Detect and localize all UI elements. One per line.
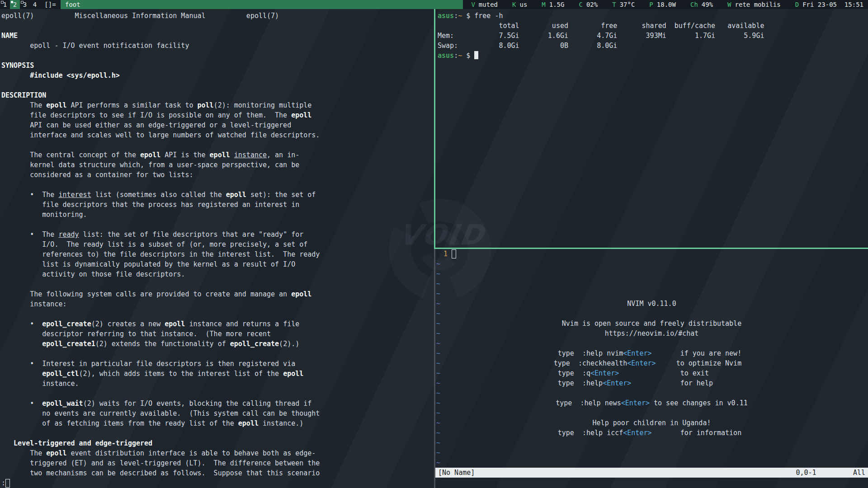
prompt-separator: :	[454, 12, 458, 20]
nvim-buffer-name: [No Name]	[438, 468, 475, 478]
tag-label: 3	[23, 1, 27, 8]
man-text-line	[1, 309, 433, 319]
nvim-row: ~type :help news<Enter> to see changes i…	[435, 398, 868, 408]
workspace-tag-4[interactable]: 4	[30, 0, 40, 9]
prompt-separator: :	[454, 52, 458, 60]
nvim-row: 1	[435, 249, 868, 259]
nvim-row: ~	[435, 438, 868, 448]
status-modules: VmutedKusM1.5GC02%T37°CP18.0WCh49%Wrete …	[463, 0, 868, 9]
nvim-row: ~	[435, 309, 868, 319]
status-item-v: Vmuted	[471, 1, 498, 8]
nvim-intro-line: NVIM v0.11.0	[435, 299, 868, 309]
nvim-intro-line: type :help nvim<Enter> if you are new!	[435, 348, 868, 358]
nvim-tilde: ~	[436, 408, 440, 418]
prompt-username: asus	[438, 12, 454, 20]
man-text-line: The epoll event distribution interface i…	[1, 448, 433, 458]
man-text-line	[1, 140, 433, 150]
nvim-buffer: 1 ~~~~~NVIM v0.11.0~~Nvim is open source…	[435, 249, 868, 468]
tag-occupied-indicator	[21, 1, 24, 4]
pager-prompt-line: :	[1, 478, 10, 488]
prompt-symbol: $	[462, 52, 474, 60]
man-text-line	[1, 180, 433, 190]
man-text-line: two mechanisms can be described as follo…	[1, 468, 433, 478]
nvim-statusline: [No Name] 0,0-1 All	[435, 468, 868, 478]
nvim-intro-line: type :checkhealth<Enter> to optimize Nvi…	[435, 358, 868, 368]
man-text-line: epoll_ctl(2), which adds items to the in…	[1, 369, 433, 379]
man-text-line: The epoll API performs a similar task to…	[1, 100, 433, 110]
man-text-line: monitoring.	[1, 210, 433, 220]
prompt-username: asus	[438, 52, 454, 60]
nvim-intro-line: Nvim is open source and freely distribut…	[435, 319, 868, 328]
status-key: C	[579, 1, 582, 8]
workspace-tag-1[interactable]: 1	[0, 0, 10, 9]
man-text-line: no events are currently available. (This…	[1, 408, 433, 418]
tag-label: 4	[33, 1, 37, 8]
man-text-line: kernel data structure which, from a user…	[1, 160, 433, 170]
nvim-tilde: ~	[436, 338, 440, 348]
status-value: muted	[479, 1, 498, 8]
status-key: W	[727, 1, 731, 8]
man-text-line: references to) the file descriptors in t…	[1, 249, 433, 259]
neovim-window[interactable]: 1 ~~~~~NVIM v0.11.0~~Nvim is open source…	[434, 249, 868, 488]
nvim-row: ~type :help iccf<Enter> for information	[435, 428, 868, 438]
nvim-intro-line: type :help iccf<Enter> for information	[435, 428, 868, 438]
man-text-line	[1, 21, 433, 31]
workspace-tags: 1234	[0, 0, 40, 9]
man-text-line: • The interest list (sometimes also call…	[1, 190, 433, 200]
status-key: V	[471, 1, 475, 8]
nvim-row: ~NVIM v0.11.0	[435, 299, 868, 309]
man-text-line: epoll_create1(2) extends the functionali…	[1, 339, 433, 349]
nvim-ruler: 0,0-1 All	[796, 468, 865, 478]
shell-output: asus:~ $ free -h total used free shared …	[438, 11, 868, 61]
status-item-d: DFri 23-05 15:51	[795, 1, 863, 8]
nvim-intro-line: type :help news<Enter> to see changes in…	[435, 398, 868, 408]
man-text-line: triggered (ET) and as level-triggered (L…	[1, 458, 433, 468]
layout-symbol[interactable]: []=	[40, 0, 61, 9]
man-text-line	[1, 51, 433, 61]
tag-occupied-indicator	[1, 1, 4, 4]
man-text-line: SYNOPSIS	[1, 61, 433, 70]
shell-command-line: asus:~ $ free -h	[438, 11, 868, 21]
man-page-terminal[interactable]: epoll(7) Miscellaneous Information Manua…	[0, 9, 433, 488]
workspace-tag-3[interactable]: 3	[20, 0, 30, 9]
shell-prompt-line: asus:~ $	[438, 51, 868, 61]
man-text-line	[1, 279, 433, 289]
man-text-line: • The ready list: the set of file descri…	[1, 230, 433, 239]
status-key: M	[542, 1, 545, 8]
nvim-cmdline	[435, 478, 868, 488]
man-text-line: interface and scales well to large numbe…	[1, 130, 433, 140]
shell-terminal[interactable]: asus:~ $ free -h total used free shared …	[434, 9, 868, 249]
status-item-m: M1.5G	[542, 1, 564, 8]
man-text-line: I/O. The ready list is a subset of (or, …	[1, 239, 433, 249]
man-text-line: instance:	[1, 299, 433, 309]
prompt-symbol: $	[462, 12, 474, 20]
nvim-tilde: ~	[436, 289, 440, 299]
man-text-line: of as fetching items from the ready list…	[1, 418, 433, 428]
status-value: 1.5G	[549, 1, 565, 8]
nvim-line-number: 1	[435, 249, 452, 259]
nvim-row: ~type :help nvim<Enter> if you are new!	[435, 348, 868, 358]
nvim-row: ~	[435, 448, 868, 458]
status-value: 37°C	[620, 1, 635, 8]
pager-prompt: :	[1, 478, 5, 488]
nvim-row: ~type :help<Enter> for help	[435, 378, 868, 388]
shell-command: free -h	[474, 12, 503, 20]
nvim-row: ~Help poor children in Uganda!	[435, 418, 868, 428]
man-text-line: • Interest in particular file descriptor…	[1, 359, 433, 369]
workspace-tag-2[interactable]: 2	[10, 0, 20, 9]
free-output-line: Swap: 8.0Gi 0B 8.0Gi	[438, 41, 868, 51]
nvim-row: ~	[435, 388, 868, 398]
man-text-line: file descriptors to see if I/O is possib…	[1, 110, 433, 120]
man-text-line	[1, 349, 433, 359]
nvim-tilde: ~	[436, 458, 440, 468]
free-output-line: total used free shared buff/cache availa…	[438, 21, 868, 31]
nvim-cursor	[452, 249, 456, 258]
nvim-row: ~	[435, 269, 868, 279]
status-key: P	[649, 1, 653, 8]
nvim-row: ~type :q<Enter> to exit	[435, 368, 868, 378]
nvim-tilde: ~	[436, 279, 440, 289]
status-item-c: C02%	[579, 1, 598, 8]
status-item-w: Wrete mobilis	[727, 1, 781, 8]
man-text-line: API can be used either as an edge-trigge…	[1, 120, 433, 130]
man-text-line: #include <sys/epoll.h>	[1, 70, 433, 80]
